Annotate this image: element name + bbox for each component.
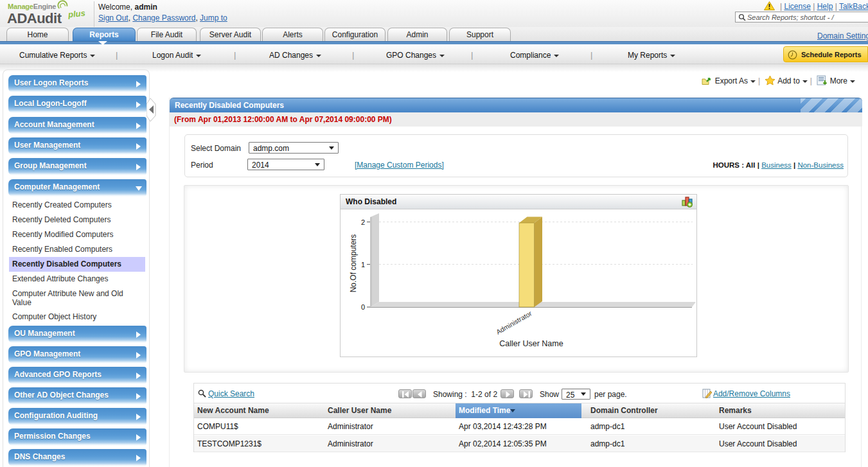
- svg-text:1: 1: [361, 261, 365, 269]
- svg-text:Administrator: Administrator: [495, 309, 533, 336]
- svg-text:Caller User Name: Caller User Name: [499, 339, 563, 348]
- svg-text:2: 2: [361, 218, 365, 226]
- svg-text:No.Of computers: No.Of computers: [349, 234, 358, 293]
- svg-text:0: 0: [361, 303, 365, 311]
